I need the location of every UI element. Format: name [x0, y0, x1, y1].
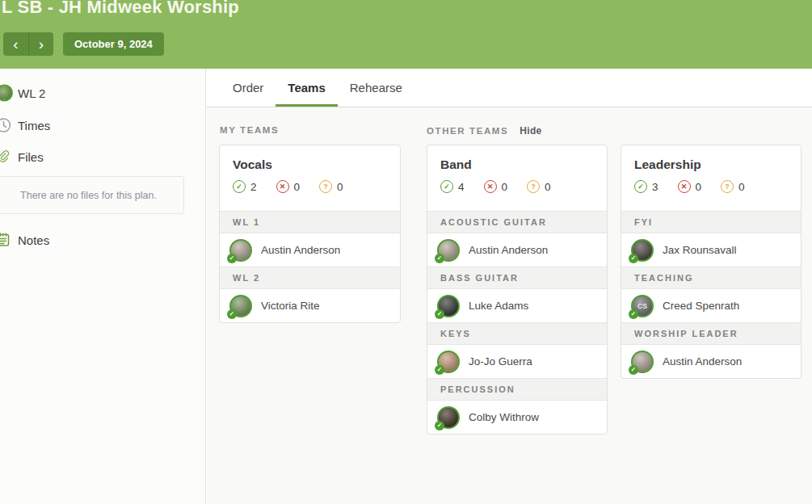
declined-icon: ✕: [678, 180, 691, 193]
confirmed-number: 4: [458, 181, 465, 193]
position-header: WL 2: [220, 267, 400, 289]
plan-tabs: Order Teams Rehearse: [207, 69, 812, 107]
member-row[interactable]: ✓ Colby Withrow: [427, 401, 607, 434]
confirmed-badge-icon: ✓: [435, 365, 444, 375]
position-header: TEACHING: [621, 267, 801, 289]
unconfirmed-number: 0: [545, 181, 551, 193]
confirmed-badge-icon: ✓: [435, 309, 444, 319]
member-name: Austin Anderson: [261, 244, 340, 256]
unconfirmed-icon: ?: [527, 180, 540, 193]
team-name: Vocals: [233, 158, 387, 172]
status-counts: ✓3 ✕0 ?0: [634, 180, 788, 193]
previous-plan-button[interactable]: ‹: [3, 32, 28, 56]
hide-other-teams-link[interactable]: Hide: [520, 125, 541, 136]
member-name: Colby Withrow: [469, 411, 539, 423]
plan-main: Order Teams Rehearse MY TEAMS OTHER TEAM…: [207, 69, 812, 504]
member-row[interactable]: ✓ Austin Anderson: [220, 233, 400, 267]
confirmed-badge-icon: ✓: [629, 365, 638, 375]
tab-order[interactable]: Order: [221, 69, 276, 107]
confirmed-count: ✓2: [233, 180, 257, 193]
member-name: Austin Anderson: [663, 355, 742, 368]
unconfirmed-count: ?0: [527, 180, 551, 193]
teams-content: MY TEAMS OTHER TEAMS Hide Vocals ✓2 ✕0 ?…: [207, 107, 812, 504]
position-header: KEYS: [427, 322, 607, 345]
sidebar-item-label: Files: [18, 150, 44, 164]
unconfirmed-number: 0: [337, 181, 343, 193]
other-teams-heading-row: OTHER TEAMS Hide: [427, 125, 542, 136]
plan-header: L SB - JH Midweek Worship ‹ › October 9,…: [0, 0, 812, 69]
paperclip-icon: [0, 149, 11, 165]
tab-teams[interactable]: Teams: [276, 69, 337, 107]
confirmed-badge-icon: ✓: [629, 309, 638, 319]
position-header: PERCUSSION: [427, 378, 607, 401]
plan-sidebar: WL 2 Times Files There are no files for …: [0, 69, 206, 504]
position-header: WORSHIP LEADER: [621, 322, 801, 345]
position-header: ACOUSTIC GUITAR: [427, 211, 607, 233]
team-card-header: Band ✓4 ✕0 ?0: [427, 145, 607, 211]
unconfirmed-count: ?0: [721, 180, 745, 193]
confirmed-badge-icon: ✓: [227, 309, 237, 319]
member-row[interactable]: CS✓ Creed Spenrath: [621, 289, 801, 322]
team-card-band: Band ✓4 ✕0 ?0 ACOUSTIC GUITAR ✓ Austin A…: [427, 145, 608, 435]
confirmed-badge-icon: ✓: [629, 254, 638, 263]
declined-count: ✕0: [678, 180, 702, 193]
confirmed-number: 2: [250, 181, 257, 193]
member-row[interactable]: ✓ Luke Adams: [427, 289, 607, 322]
member-row[interactable]: ✓ Jax Rounsavall: [621, 233, 801, 267]
chevron-right-icon: ›: [39, 36, 44, 52]
member-name: Austin Anderson: [469, 244, 548, 256]
member-name: Luke Adams: [469, 300, 528, 312]
declined-count: ✕0: [276, 180, 301, 193]
my-teams-heading: MY TEAMS: [220, 125, 279, 135]
member-row[interactable]: ✓ Austin Anderson: [621, 345, 801, 378]
plan-page: L SB - JH Midweek Worship ‹ › October 9,…: [0, 0, 812, 504]
position-header: BASS GUITAR: [427, 267, 607, 289]
sidebar-item-plan-person[interactable]: WL 2: [0, 81, 45, 105]
unconfirmed-icon: ?: [319, 180, 332, 193]
plan-date-button[interactable]: October 9, 2024: [63, 32, 164, 56]
confirmed-badge-icon: ✓: [435, 421, 444, 430]
confirmed-count: ✓3: [634, 180, 658, 193]
team-card-header: Leadership ✓3 ✕0 ?0: [621, 145, 801, 211]
clock-icon: [0, 118, 11, 133]
sidebar-item-files[interactable]: Files: [0, 145, 44, 169]
member-name: Creed Spenrath: [663, 300, 739, 312]
next-plan-button[interactable]: ›: [28, 32, 53, 56]
avatar: [0, 85, 13, 102]
sidebar-item-label: WL 2: [18, 86, 45, 100]
files-empty-box: There are no files for this plan.: [0, 176, 184, 214]
team-name: Leadership: [634, 158, 788, 172]
date-navigation: ‹ › October 9, 2024: [3, 32, 164, 56]
unconfirmed-icon: ?: [721, 180, 734, 193]
member-row[interactable]: ✓ Austin Anderson: [427, 233, 607, 267]
declined-icon: ✕: [276, 180, 289, 193]
sidebar-item-notes[interactable]: Notes: [0, 228, 49, 252]
confirmed-count: ✓4: [440, 180, 465, 193]
confirmed-badge-icon: ✓: [435, 254, 444, 263]
confirmed-badge-icon: ✓: [227, 254, 237, 263]
status-counts: ✓4 ✕0 ?0: [440, 180, 594, 193]
other-teams-heading: OTHER TEAMS: [427, 126, 508, 136]
position-header: WL 1: [220, 211, 400, 233]
confirmed-icon: ✓: [440, 180, 453, 193]
declined-number: 0: [502, 181, 508, 193]
files-empty-text: There are no files for this plan.: [20, 190, 157, 201]
page-title: L SB - JH Midweek Worship: [2, 0, 239, 18]
team-name: Band: [440, 158, 594, 172]
unconfirmed-count: ?0: [319, 180, 343, 193]
sidebar-item-label: Notes: [18, 233, 49, 247]
team-card-header: Vocals ✓2 ✕0 ?0: [220, 145, 400, 211]
team-card-vocals: Vocals ✓2 ✕0 ?0 WL 1 ✓ Austin Anderson W…: [219, 145, 401, 323]
date-stepper: ‹ ›: [3, 32, 53, 56]
declined-count: ✕0: [484, 180, 508, 193]
member-name: Victoria Rite: [261, 300, 320, 312]
sidebar-item-times[interactable]: Times: [0, 113, 50, 137]
member-name: Jax Rounsavall: [663, 244, 737, 256]
declined-icon: ✕: [484, 180, 497, 193]
confirmed-number: 3: [652, 181, 658, 193]
tab-rehearse[interactable]: Rehearse: [338, 69, 414, 107]
notes-icon: [0, 233, 11, 248]
member-row[interactable]: ✓ Victoria Rite: [220, 289, 400, 322]
member-name: Jo-Jo Guerra: [469, 355, 532, 368]
member-row[interactable]: ✓ Jo-Jo Guerra: [427, 345, 607, 378]
